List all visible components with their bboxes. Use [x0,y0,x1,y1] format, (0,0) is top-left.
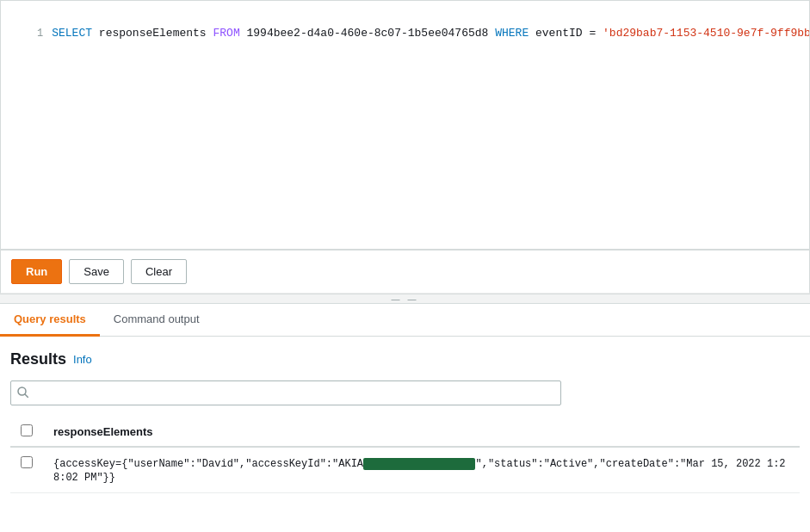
table-header-row: responseElements [10,418,800,447]
condition-column: eventID [535,27,583,40]
tab-query-results[interactable]: Query results [0,304,100,337]
save-button[interactable]: Save [69,259,124,284]
table-row: {accessKey={"userName":"David","accessKe… [10,447,800,493]
info-link[interactable]: Info [73,353,92,366]
space [240,27,247,40]
row-checkbox[interactable] [21,456,33,468]
keyword-select: SELECT [52,27,92,40]
results-title: Results [10,350,66,368]
column-name: responseElements [99,27,207,40]
run-button[interactable]: Run [11,259,62,284]
search-icon [17,387,28,400]
cell-prefix: {accessKey={"userName":"David","accessKe… [53,458,363,470]
operator: = [583,27,603,40]
tab-command-output[interactable]: Command output [100,304,213,337]
masked-access-key [363,458,475,470]
keyword-from: FROM [213,27,239,40]
sql-code: 1SELECT responseElements FROM 1994bee2-d… [1,1,809,65]
select-all-checkbox[interactable] [21,424,33,436]
results-section: Results Info responseElements [0,337,810,507]
resize-handle[interactable]: — — [0,294,810,304]
header-checkbox-cell [10,418,43,447]
line-number: 1 [28,26,52,41]
clear-button[interactable]: Clear [131,259,187,284]
cell-responseElements: {accessKey={"userName":"David","accessKe… [43,447,800,493]
keyword-where: WHERE [495,27,529,40]
column-header-responseElements: responseElements [43,418,800,447]
search-container [10,380,561,405]
row-checkbox-cell [10,447,43,493]
space [529,27,535,40]
results-header: Results Info [10,350,800,368]
svg-line-1 [25,394,28,398]
sql-editor[interactable]: 1SELECT responseElements FROM 1994bee2-d… [0,0,810,250]
resize-icon: — — [392,294,419,304]
string-value: 'bd29bab7-1153-4510-9e7f-9ff9bba4bd9a' [603,27,810,40]
search-input[interactable] [10,380,561,405]
space [92,27,99,40]
toolbar: Run Save Clear [0,250,810,294]
tabs-bar: Query results Command output [0,304,810,337]
results-table: responseElements {accessKey={"userName":… [10,418,800,493]
table-name: 1994bee2-d4a0-460e-8c07-1b5ee04765d8 [247,27,489,40]
cell-value: {accessKey={"userName":"David","accessKe… [53,458,786,484]
